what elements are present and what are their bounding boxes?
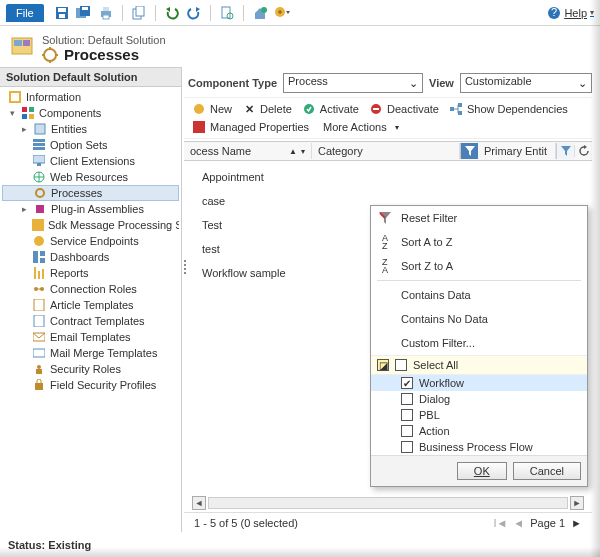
- refresh-button[interactable]: [574, 145, 592, 157]
- nav-column: Solution Default Solution Information ▾C…: [0, 67, 182, 532]
- filter-custom[interactable]: Custom Filter...: [371, 331, 587, 355]
- nav-dashboards[interactable]: Dashboards: [2, 249, 179, 265]
- command-bar-2: Managed Properties More Actions▾: [184, 118, 592, 139]
- scroll-right-icon[interactable]: ►: [570, 496, 584, 510]
- filter-opt-bpf[interactable]: Business Process Flow: [371, 439, 587, 455]
- checkbox-checked-icon[interactable]: ✔: [401, 377, 413, 389]
- expand-icon[interactable]: ▸: [20, 125, 29, 134]
- filter-sort-za[interactable]: ZASort Z to A: [371, 254, 587, 278]
- scroll-track[interactable]: [208, 497, 568, 509]
- cancel-button[interactable]: Cancel: [513, 462, 581, 480]
- splitter-handle[interactable]: [184, 260, 186, 274]
- view-select[interactable]: Customizable⌄: [460, 73, 592, 93]
- nav-article-templates[interactable]: Article Templates: [2, 297, 179, 313]
- col-category-filter-active[interactable]: [460, 143, 478, 159]
- page-first-icon[interactable]: I◄: [493, 517, 507, 529]
- component-type-select[interactable]: Process⌄: [283, 73, 423, 93]
- nav-connection-roles[interactable]: Connection Roles: [2, 281, 179, 297]
- undo-icon[interactable]: [164, 5, 180, 21]
- col-process-name[interactable]: ocess Name▲▾: [184, 143, 312, 159]
- col-primary-entity-filter[interactable]: [556, 143, 574, 159]
- save-all-icon[interactable]: [76, 5, 92, 21]
- entity-icon: [33, 122, 47, 136]
- nav-mail-merge[interactable]: Mail Merge Templates: [2, 345, 179, 361]
- nav-components[interactable]: ▾Components: [2, 105, 179, 121]
- nav-email-templates[interactable]: Email Templates: [2, 329, 179, 345]
- collapse-icon[interactable]: ▾: [8, 109, 17, 118]
- svg-rect-18: [14, 40, 22, 46]
- filter-contains-data[interactable]: Contains Data: [371, 283, 587, 307]
- nav-web-resources[interactable]: Web Resources: [2, 169, 179, 185]
- solution-line: Solution: Default Solution: [42, 34, 166, 46]
- page-label: Page 1: [530, 517, 565, 529]
- filter-opt-action[interactable]: Action: [371, 423, 587, 439]
- main-panel: Component Type Process⌄ View Customizabl…: [182, 67, 600, 532]
- deactivate-button[interactable]: Deactivate: [369, 102, 439, 116]
- save-icon[interactable]: [54, 5, 70, 21]
- checkbox-icon[interactable]: [395, 359, 407, 371]
- nav-processes[interactable]: Processes: [2, 185, 179, 201]
- home-plus-icon[interactable]: [252, 5, 268, 21]
- svg-rect-26: [29, 114, 34, 119]
- scroll-left-icon[interactable]: ◄: [192, 496, 206, 510]
- page-prev-icon[interactable]: ◄: [513, 517, 524, 529]
- search-doc-icon[interactable]: [219, 5, 235, 21]
- filter-opt-workflow[interactable]: ✔Workflow: [371, 375, 587, 391]
- managed-properties-button[interactable]: Managed Properties: [192, 120, 309, 134]
- nav-information[interactable]: Information: [2, 89, 179, 105]
- filter-select-all[interactable]: ◪ Select All: [371, 355, 587, 375]
- nav-option-sets[interactable]: Option Sets: [2, 137, 179, 153]
- page-header: Solution: Default Solution Processes: [0, 26, 600, 67]
- page-next-icon[interactable]: ►: [571, 517, 582, 529]
- connection-icon: [32, 282, 46, 296]
- chevron-down-icon: ▾: [590, 8, 594, 17]
- horizontal-scrollbar[interactable]: ◄ ►: [184, 494, 592, 512]
- nav-service-endpoints[interactable]: Service Endpoints: [2, 233, 179, 249]
- svg-rect-29: [33, 143, 45, 146]
- nav-client-extensions[interactable]: Client Extensions: [2, 153, 179, 169]
- print-icon[interactable]: [98, 5, 114, 21]
- expand-icon[interactable]: ▸: [20, 205, 29, 214]
- filter-contains-no-data[interactable]: Contains No Data: [371, 307, 587, 331]
- new-button[interactable]: New: [192, 102, 232, 116]
- filter-reset[interactable]: Reset Filter: [371, 206, 587, 230]
- filter-opt-dialog[interactable]: Dialog: [371, 391, 587, 407]
- deactivate-icon: [369, 102, 383, 116]
- checkbox-icon[interactable]: [401, 441, 413, 453]
- activate-button[interactable]: Activate: [302, 102, 359, 116]
- svg-rect-1: [58, 8, 66, 12]
- more-actions-button[interactable]: More Actions▾: [323, 121, 399, 133]
- svg-text:?: ?: [551, 6, 557, 18]
- help-link[interactable]: ? Help ▾: [547, 6, 594, 20]
- svg-point-20: [44, 49, 56, 61]
- checkbox-icon[interactable]: [401, 425, 413, 437]
- dashboard-icon: [32, 250, 46, 264]
- grid-row[interactable]: Appointment: [202, 165, 592, 189]
- nav-reports[interactable]: Reports: [2, 265, 179, 281]
- col-category[interactable]: Category: [312, 143, 460, 159]
- reset-filter-icon: [377, 210, 393, 226]
- checkbox-icon[interactable]: [401, 393, 413, 405]
- nav-entities[interactable]: ▸Entities: [2, 121, 179, 137]
- svg-rect-40: [40, 258, 45, 263]
- action-dropdown-icon[interactable]: [274, 5, 290, 21]
- nav-contract-templates[interactable]: Contract Templates: [2, 313, 179, 329]
- ok-button[interactable]: OK: [457, 462, 507, 480]
- redo-icon[interactable]: [186, 5, 202, 21]
- show-dependencies-button[interactable]: Show Dependencies: [449, 102, 568, 116]
- dependencies-icon: [449, 102, 463, 116]
- delete-button[interactable]: ✕Delete: [242, 102, 292, 116]
- col-primary-entity[interactable]: Primary Entit: [478, 143, 556, 159]
- nav-security-roles[interactable]: Security Roles: [2, 361, 179, 377]
- checkbox-icon[interactable]: [401, 409, 413, 421]
- filter-sort-az[interactable]: AZSort A to Z: [371, 230, 587, 254]
- file-tab[interactable]: File: [6, 4, 44, 22]
- filter-opt-pbl[interactable]: PBL: [371, 407, 587, 423]
- nav-plugin-assemblies[interactable]: ▸Plug-in Assemblies: [2, 201, 179, 217]
- client-ext-icon: [32, 154, 46, 168]
- svg-rect-32: [37, 163, 41, 166]
- copy-icon[interactable]: [131, 5, 147, 21]
- nav-field-security[interactable]: Field Security Profiles: [2, 377, 179, 393]
- svg-rect-30: [33, 147, 45, 150]
- nav-sdk-message[interactable]: Sdk Message Processing S...: [2, 217, 179, 233]
